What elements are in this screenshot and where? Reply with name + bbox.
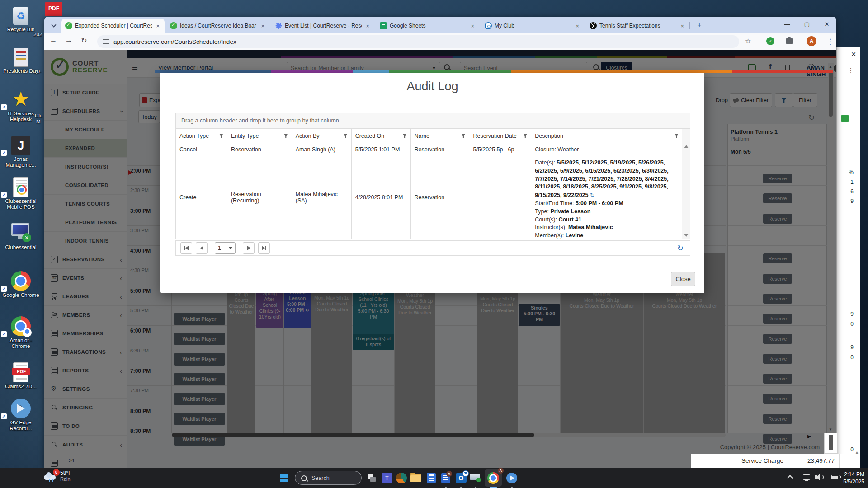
taskbar-clock[interactable]: 2:14 PM 5/5/2025: [843, 471, 864, 485]
sheets-favicon: [380, 22, 387, 29]
app-button[interactable]: [394, 471, 409, 485]
audit-log-modal: Audit Log Drag a column header and drop …: [160, 73, 704, 293]
excel-cell: 9: [850, 311, 854, 317]
filter-icon[interactable]: [523, 134, 527, 138]
new-tab-button[interactable]: +: [694, 21, 704, 29]
excel-total-line: [840, 431, 850, 432]
refresh-icon[interactable]: ↻: [677, 244, 684, 253]
previous-page-button[interactable]: [196, 242, 208, 254]
column-header-created-on[interactable]: Created On: [352, 129, 411, 143]
teams-button[interactable]: T: [380, 471, 394, 485]
tab-expanded-scheduler[interactable]: Expanded Scheduler | CourtRes ×: [61, 19, 165, 33]
column-header-entity-type[interactable]: Entity Type: [227, 129, 292, 143]
forward-icon[interactable]: →: [63, 36, 74, 44]
grid-scrollbar[interactable]: [682, 156, 690, 239]
reload-icon[interactable]: ↻: [79, 36, 90, 45]
column-header-reservation-date[interactable]: Reservation Date: [469, 129, 531, 143]
weather-widget[interactable]: 8 58°FRain: [43, 470, 71, 482]
desktop-icon-amanjot-chrome[interactable]: ↗ Amanjot - Chrome: [0, 314, 42, 349]
filter-icon[interactable]: [675, 134, 679, 138]
calculator-button[interactable]: [424, 471, 439, 485]
excel-cell-icon: [841, 115, 849, 122]
bookmark-star-icon[interactable]: ☆: [745, 37, 751, 45]
extension-check-icon[interactable]: ✓: [766, 37, 774, 45]
tab-close-icon[interactable]: ×: [679, 23, 685, 29]
desktop-icon-claims-pdf[interactable]: PDF Claims2-7D...: [0, 360, 42, 389]
volume-icon[interactable]: [815, 474, 825, 482]
tab-google-sheets[interactable]: Google Sheets ×: [376, 19, 479, 33]
last-page-button[interactable]: [258, 242, 270, 254]
shortcut-arrow-icon: ↗: [1, 331, 7, 337]
close-window-button[interactable]: ✕: [817, 17, 836, 32]
table-row[interactable]: Create Reservation (Recurring) Matea Mih…: [175, 156, 690, 239]
tab-close-icon[interactable]: ×: [469, 23, 476, 29]
next-page-button[interactable]: [243, 242, 255, 254]
desktop-icon-google-chrome[interactable]: ↗ Google Chrome: [0, 268, 42, 298]
courtreserve-favicon: [170, 22, 177, 29]
column-header-action-by[interactable]: Action By: [292, 129, 352, 143]
column-header-description[interactable]: Description: [531, 129, 682, 143]
tab-event-list[interactable]: Event List | CourtReserve - Rese ×: [271, 19, 374, 33]
filter-icon[interactable]: [461, 134, 465, 138]
site-settings-icon[interactable]: [103, 39, 109, 44]
notification-badge: 8: [53, 469, 60, 476]
excel-cell: %: [849, 169, 854, 175]
taskbar-search[interactable]: Search: [295, 471, 362, 485]
back-icon[interactable]: ←: [48, 36, 59, 44]
address-bar[interactable]: app.courtreserve.com/CourtsScheduler/Ind…: [97, 35, 739, 48]
desktop-icon-clubessential[interactable]: ✕ Clubessential: [0, 221, 42, 250]
tab-close-icon[interactable]: ×: [364, 23, 371, 29]
desktop-icon-clubessential-pos[interactable]: ↗ Clubessential Mobile POS: [0, 174, 42, 210]
clipped-icon-label: 202: [33, 32, 42, 37]
extensions-puzzle-icon[interactable]: [786, 38, 793, 44]
tab-close-icon[interactable]: ×: [259, 23, 266, 29]
tab-close-icon[interactable]: ×: [574, 23, 580, 29]
column-header-name[interactable]: Name: [411, 129, 470, 143]
group-by-bar[interactable]: Drag a column header and drop it here to…: [175, 113, 690, 129]
minimize-button[interactable]: —: [778, 17, 797, 32]
divider: [160, 268, 704, 268]
remote-desktop-button[interactable]: [468, 471, 483, 485]
clipped-icon-label: M: [36, 119, 41, 124]
outlook-button[interactable]: O: [454, 471, 468, 485]
chrome-button-active[interactable]: A: [485, 469, 502, 487]
column-header-action-type[interactable]: Action Type: [176, 129, 227, 143]
profile-avatar[interactable]: A: [807, 36, 816, 46]
document-app-button[interactable]: A: [439, 471, 453, 485]
tab-ideas[interactable]: Ideas / CourtReserve Idea Boar ×: [166, 19, 269, 33]
scrollbar-thumb: [829, 435, 833, 450]
desktop-icon-recycle-bin[interactable]: ♻ Recycle Bin: [0, 3, 42, 33]
hidden-icons-chevron[interactable]: [787, 475, 793, 481]
desktop-icon-gv-edge[interactable]: ↗ GV-Edge Recordi...: [0, 396, 42, 432]
maximize-button[interactable]: ▢: [797, 17, 816, 32]
pdf-icon: PDF: [13, 362, 28, 382]
page-number-select[interactable]: 1: [215, 242, 236, 254]
desktop-icon-pdf-top[interactable]: PDF: [45, 2, 62, 16]
filter-icon[interactable]: [403, 134, 407, 138]
network-icon[interactable]: [803, 474, 810, 480]
tab-tennis-staff[interactable]: Tennis Staff Expectations ×: [586, 19, 689, 33]
filter-icon[interactable]: [219, 134, 223, 138]
desktop-icon-jonas[interactable]: J↗ Jonas Manageme...: [0, 132, 42, 168]
tab-close-icon[interactable]: ×: [155, 23, 161, 29]
first-page-button[interactable]: [180, 242, 192, 254]
table-row[interactable]: Cancel Reservation Aman Singh (A) 5/5/20…: [175, 143, 690, 156]
tab-my-club[interactable]: My Club ×: [481, 19, 584, 33]
gv-edge-button[interactable]: [505, 471, 519, 485]
tab-search-chevron[interactable]: [49, 20, 59, 30]
close-icon[interactable]: ✕: [851, 51, 856, 58]
start-button[interactable]: [277, 471, 291, 485]
excel-scrollbar[interactable]: [824, 433, 838, 454]
kebab-menu-icon[interactable]: ⋮: [848, 67, 854, 74]
battery-icon[interactable]: [831, 475, 840, 479]
filter-icon[interactable]: [344, 134, 348, 138]
chrome-profile-icon: [11, 316, 31, 336]
grid-scrollbar[interactable]: [682, 143, 690, 156]
browser-menu-kebab-icon[interactable]: ⋮: [826, 37, 834, 47]
scroll-right-icon[interactable]: ▶: [807, 434, 811, 439]
task-view-button[interactable]: [364, 471, 379, 485]
close-button[interactable]: Close: [671, 272, 695, 286]
folder-icon: [410, 474, 421, 482]
file-explorer-button[interactable]: [409, 471, 423, 485]
filter-icon[interactable]: [284, 134, 288, 138]
